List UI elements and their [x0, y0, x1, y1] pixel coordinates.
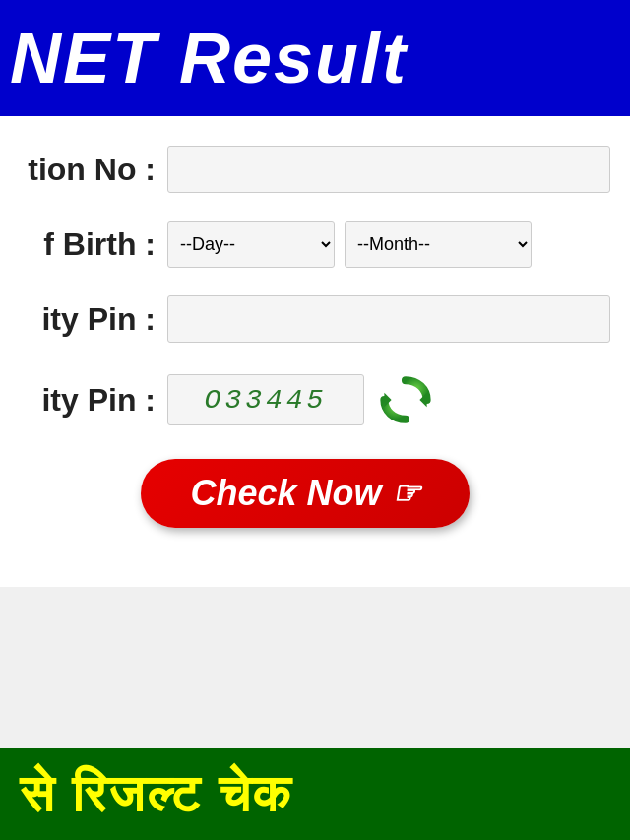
form-section: tion No : f Birth : --Day-- 01020304 050…	[0, 116, 630, 587]
hand-pointer-icon: ☞	[392, 475, 420, 512]
security-pin-row: ity Pin :	[0, 295, 610, 343]
month-select[interactable]: --Month-- JanuaryFebruaryMarch AprilMayJ…	[345, 221, 532, 268]
captcha-value: O33445	[205, 385, 328, 416]
captcha-image: O33445	[167, 374, 364, 425]
hindi-banner-text: से रिजल्ट चेक	[20, 764, 292, 824]
refresh-button[interactable]	[376, 370, 435, 429]
check-now-button[interactable]: Check Now ☞	[141, 459, 469, 528]
dob-row: f Birth : --Day-- 01020304 05060708 0910…	[0, 221, 610, 268]
day-select[interactable]: --Day-- 01020304 05060708 09101112 13141…	[167, 221, 335, 268]
dob-label: f Birth :	[10, 226, 167, 263]
refresh-icon	[379, 373, 432, 426]
registration-label: tion No :	[10, 152, 167, 188]
bottom-banner: से रिजल्ट चेक	[0, 748, 630, 840]
check-now-label: Check Now	[190, 473, 381, 514]
captcha-label: ity Pin :	[10, 382, 167, 419]
dob-selects: --Day-- 01020304 05060708 09101112 13141…	[167, 221, 610, 268]
security-pin-input[interactable]	[167, 295, 610, 343]
button-row: Check Now ☞	[0, 459, 610, 548]
header-banner: NET Result	[0, 0, 630, 116]
security-pin-label: ity Pin :	[10, 301, 167, 338]
header-title: NET Result	[10, 18, 408, 98]
captcha-row: ity Pin : O33445	[0, 370, 610, 429]
registration-input[interactable]	[167, 146, 610, 193]
registration-row: tion No :	[0, 146, 610, 193]
